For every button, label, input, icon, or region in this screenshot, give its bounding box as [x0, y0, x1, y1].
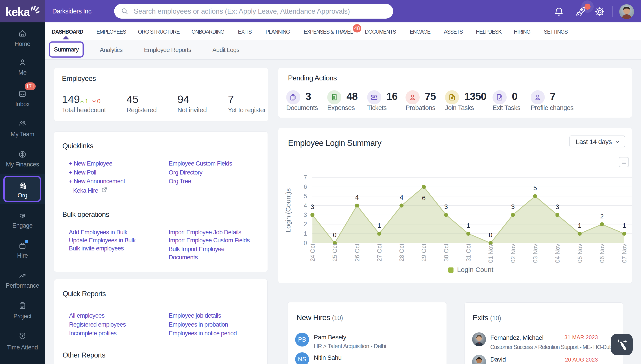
svg-text:1: 1 [578, 222, 582, 229]
svg-text:1: 1 [377, 222, 381, 229]
svg-text:02 Nov: 02 Nov [510, 244, 517, 263]
svg-text:0: 0 [333, 232, 336, 238]
svg-text:29 Oct: 29 Oct [420, 244, 427, 262]
svg-text:0: 0 [489, 232, 492, 238]
svg-text:4: 4 [304, 202, 307, 209]
svg-text:24 Oct: 24 Oct [309, 244, 316, 262]
svg-text:05 Nov: 05 Nov [577, 244, 583, 263]
svg-text:26 Oct: 26 Oct [354, 244, 361, 262]
svg-text:30 Oct: 30 Oct [443, 244, 450, 262]
svg-text:4: 4 [355, 194, 359, 201]
svg-text:5: 5 [533, 184, 537, 192]
svg-text:3: 3 [304, 212, 307, 218]
svg-text:Login (Count)s: Login (Count)s [284, 188, 292, 232]
svg-text:03 Nov: 03 Nov [532, 244, 539, 263]
svg-text:7: 7 [304, 174, 307, 181]
svg-text:1: 1 [622, 222, 626, 229]
svg-text:06 Nov: 06 Nov [599, 244, 605, 263]
svg-text:27 Oct: 27 Oct [376, 244, 383, 262]
svg-text:6: 6 [422, 194, 425, 202]
svg-text:Login Count: Login Count [457, 266, 493, 273]
svg-text:2: 2 [304, 221, 307, 228]
svg-text:04 Nov: 04 Nov [554, 244, 561, 263]
svg-text:5: 5 [304, 193, 307, 200]
svg-text:6: 6 [304, 184, 307, 190]
svg-text:2: 2 [600, 212, 604, 220]
svg-text:3: 3 [511, 203, 515, 210]
svg-text:3: 3 [556, 203, 559, 210]
svg-text:3: 3 [311, 203, 314, 210]
svg-text:4: 4 [400, 194, 403, 201]
svg-text:31 Oct: 31 Oct [465, 244, 472, 262]
svg-text:25 Oct: 25 Oct [331, 244, 338, 262]
svg-text:0: 0 [304, 240, 307, 246]
svg-text:keka: keka [6, 6, 30, 18]
svg-text:1: 1 [467, 222, 470, 229]
svg-text:28 Oct: 28 Oct [398, 244, 405, 262]
svg-text:07 Nov: 07 Nov [621, 244, 628, 263]
svg-text:3: 3 [444, 203, 448, 210]
svg-text:1: 1 [304, 230, 307, 237]
svg-text:01 Nov: 01 Nov [487, 244, 494, 263]
